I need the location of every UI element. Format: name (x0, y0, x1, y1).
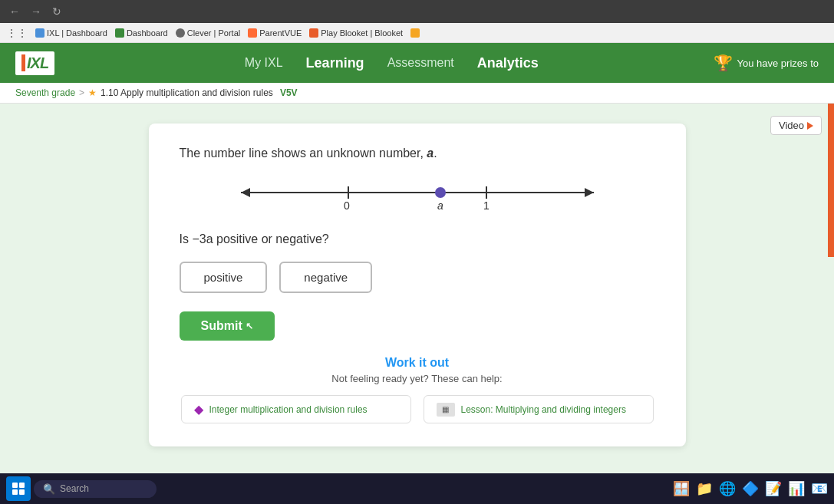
help-link-integer[interactable]: ◆ Integer multiplication and division ru… (181, 395, 411, 423)
ixl-navigation: IXL My IXL Learning Assessment Analytics… (0, 43, 834, 83)
video-button[interactable]: Video (770, 116, 822, 135)
taskbar: 🔍 Search 🪟 📁 🌐 🔷 📝 📊 📧 (0, 473, 834, 504)
svg-rect-9 (12, 483, 18, 488)
taskbar-file-icon[interactable]: 📁 (696, 480, 713, 497)
svg-marker-1 (241, 188, 250, 197)
help-link-integer-label: Integer multiplication and division rule… (209, 404, 368, 415)
breadcrumb-skill: 1.10 Apply multiplication and division r… (101, 87, 273, 98)
answer-buttons: positive negative (180, 262, 655, 293)
svg-point-5 (435, 187, 446, 198)
svg-text:0: 0 (344, 199, 350, 212)
svg-marker-2 (585, 188, 594, 197)
logo-text: IXL (27, 54, 48, 72)
svg-text:1: 1 (483, 199, 490, 212)
bookmark-blooket[interactable] (410, 28, 422, 38)
answer-positive[interactable]: positive (180, 262, 268, 293)
svg-rect-10 (19, 483, 25, 488)
trophy-icon: 🏆 (714, 54, 733, 72)
answer-negative[interactable]: negative (279, 262, 372, 293)
bookmark-cobb[interactable]: IXL | Dashboard (35, 28, 107, 38)
taskbar-icons: 🪟 📁 🌐 🔷 📝 📊 📧 (673, 480, 828, 497)
start-button[interactable] (6, 476, 31, 501)
work-it-out-title: Work it out (180, 356, 655, 370)
logo-bar (21, 54, 25, 71)
bookmark-parentvue[interactable]: Play Blooket | Blooket (309, 28, 403, 38)
diamond-icon: ◆ (194, 402, 203, 417)
submit-button[interactable]: Submit ↖ (180, 311, 275, 341)
back-btn[interactable]: ← (6, 4, 23, 19)
ixl-logo[interactable]: IXL (15, 51, 54, 75)
taskbar-chrome-icon[interactable]: 🌐 (719, 480, 736, 497)
submit-cursor: ↖ (246, 321, 253, 331)
taskbar-search[interactable]: 🔍 Search (34, 480, 157, 498)
breadcrumb: Seventh grade > ★ 1.10 Apply multiplicat… (0, 83, 834, 104)
forward-btn[interactable]: → (28, 4, 45, 19)
question-card: The number line shows an unknown number,… (149, 124, 686, 446)
bookmark-dashboard[interactable]: Clever | Portal (176, 28, 241, 38)
breadcrumb-grade[interactable]: Seventh grade (15, 87, 75, 98)
nav-analytics[interactable]: Analytics (477, 55, 539, 71)
bookmarks-bar: ⋮⋮ IXL | Dashboard Dashboard Clever | Po… (0, 23, 834, 43)
video-border (828, 104, 834, 257)
lesson-icon: ▦ (437, 403, 455, 417)
main-content: Video The number line shows an unknown n… (0, 104, 834, 487)
question-text: The number line shows an unknown number,… (180, 147, 655, 160)
work-it-out-sub: Not feeling ready yet? These can help: (180, 373, 655, 384)
breadcrumb-star: ★ (88, 87, 97, 98)
play-icon (807, 122, 813, 130)
nav-assessment[interactable]: Assessment (387, 56, 454, 70)
taskbar-outlook-icon[interactable]: 📧 (811, 480, 828, 497)
bookmark-ixl-dashboard[interactable]: Dashboard (115, 28, 168, 38)
browser-chrome: ← → ↻ (0, 0, 834, 23)
help-links: ◆ Integer multiplication and division ru… (180, 395, 655, 423)
number-line-container: 0 a 1 (180, 176, 655, 214)
taskbar-powerpoint-icon[interactable]: 📊 (788, 480, 805, 497)
reload-btn[interactable]: ↻ (49, 4, 64, 19)
nav-links: My IXL Learning Assessment Analytics (70, 55, 713, 71)
breadcrumb-sep: > (79, 87, 84, 98)
svg-rect-11 (12, 489, 18, 495)
taskbar-word-icon[interactable]: 📝 (765, 480, 782, 497)
taskbar-windows-icon[interactable]: 🪟 (673, 480, 690, 497)
svg-text:a: a (437, 199, 443, 212)
search-icon: 🔍 (43, 483, 55, 495)
work-it-out-section: Work it out Not feeling ready yet? These… (180, 356, 655, 423)
prizes-text: You have prizes to (737, 58, 819, 69)
bookmark-clever[interactable]: ParentVUE (248, 28, 302, 38)
svg-rect-12 (19, 489, 25, 495)
taskbar-edge-icon[interactable]: 🔷 (742, 480, 759, 497)
sub-question: Is −3a positive or negative? (180, 232, 655, 246)
apps-icon[interactable]: ⋮⋮ (6, 27, 28, 39)
help-link-lesson[interactable]: ▦ Lesson: Multiplying and dividing integ… (424, 395, 654, 423)
nav-learning[interactable]: Learning (306, 55, 364, 71)
prizes-badge[interactable]: 🏆 You have prizes to (714, 54, 819, 72)
nav-my-ixl[interactable]: My IXL (245, 56, 283, 70)
video-label: Video (779, 120, 804, 131)
number-line-svg: 0 a 1 (180, 176, 655, 214)
help-link-lesson-label: Lesson: Multiplying and dividing integer… (461, 404, 626, 415)
search-label: Search (60, 483, 89, 494)
breadcrumb-code: V5V (280, 87, 298, 98)
